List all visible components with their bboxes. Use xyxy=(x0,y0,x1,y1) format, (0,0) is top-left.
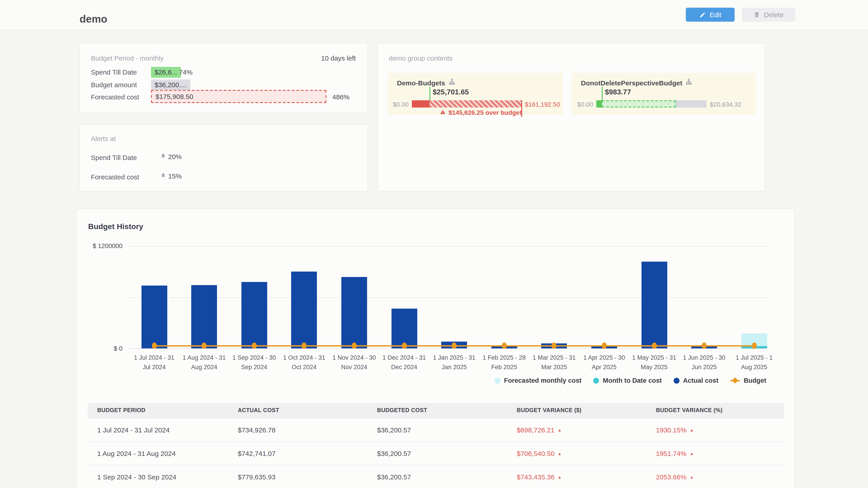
cell-variance-dollar: $743,435.36▲ xyxy=(517,465,562,488)
remaining-segment xyxy=(676,100,707,107)
x-axis-label: 1 Jan 2025 - 31Jan 2025 xyxy=(426,353,482,372)
delete-button[interactable]: Delete xyxy=(742,8,795,22)
budget-history-chart: 1 Jul 2024 - 31Jul 20241 Aug 2024 - 31Au… xyxy=(88,240,783,376)
tile-spend-value: $983.77 xyxy=(605,88,631,96)
legend-label: Budget xyxy=(744,377,766,384)
edit-button-label: Edit xyxy=(710,11,721,19)
legend-item-forecasted-monthly-cost[interactable]: Forecasted monthly cost xyxy=(495,377,582,384)
x-axis-label: 1 Jul 2024 - 31Jul 2024 xyxy=(126,353,182,372)
legend-dot xyxy=(593,378,599,383)
legend-item-actual-cost[interactable]: Actual cost xyxy=(674,377,718,384)
pencil-icon xyxy=(699,11,706,18)
table-row: 1 Sep 2024 - 30 Sep 2024 $779,635.93 $36… xyxy=(88,465,784,488)
budget-point xyxy=(752,343,756,349)
budget-progress-bar xyxy=(412,100,522,107)
cell-budgeted-cost: $36,200.57 xyxy=(377,418,411,442)
spend-till-date-label: Spend Till Date xyxy=(91,68,137,76)
budget-tile-name: Demo-Budgets xyxy=(397,79,445,87)
warning-icon xyxy=(440,109,446,116)
col-header-actual-cost: ACTUAL COST xyxy=(238,403,279,418)
cell-actual-cost: $742,741.07 xyxy=(238,442,276,465)
budget-tile-demo-budgets[interactable]: Demo-Budgets $25,701.65 $0.00 $161,192.5… xyxy=(388,73,563,115)
legend-label: Month to Date cost xyxy=(603,377,662,384)
x-axis-label: 1 Jul 2025 - 1Aug 2025 xyxy=(726,353,782,372)
col-header-variance-dollar: BUDGET VARIANCE ($) xyxy=(517,403,581,418)
x-axis-label: 1 May 2025 - 31May 2025 xyxy=(626,353,682,372)
bar-min-label: $0.00 xyxy=(572,101,593,108)
actual-cost-bar[interactable] xyxy=(191,285,217,348)
actual-cost-bar[interactable] xyxy=(141,286,167,348)
col-header-variance-pct: BUDGET VARIANCE (%) xyxy=(656,403,723,418)
spent-segment xyxy=(412,100,430,107)
budget-tile-donotdelete[interactable]: DonotDeletePerspectiveBudget $983.77 $0.… xyxy=(572,73,756,115)
x-axis-label: 1 Mar 2025 - 31Mar 2025 xyxy=(526,353,582,372)
budget-point xyxy=(252,343,256,349)
gridline-top xyxy=(129,246,767,247)
x-axis-line xyxy=(129,348,767,349)
budget-progress-bar xyxy=(596,100,707,107)
variance-up-icon: ▲ xyxy=(690,451,694,456)
alert-spend-label: Spend Till Date xyxy=(91,154,137,161)
over-budget-segment xyxy=(430,100,522,107)
trash-icon xyxy=(754,11,760,18)
bell-icon xyxy=(160,172,166,180)
forecasted-cost-box: $175,908.50 xyxy=(151,90,327,103)
group-contents-card: demo group contents Demo-Budgets $25,701… xyxy=(377,43,765,192)
cell-budget-period: 1 Sep 2024 - 30 Sep 2024 xyxy=(97,465,176,488)
cell-variance-dollar: $698,726.21▲ xyxy=(517,418,562,442)
actual-cost-bar[interactable] xyxy=(241,282,267,348)
legend-dot xyxy=(674,378,680,383)
actual-cost-bar[interactable] xyxy=(291,271,317,348)
cell-budgeted-cost: $36,200.57 xyxy=(377,442,411,465)
variance-up-icon: ▲ xyxy=(558,451,562,456)
cell-actual-cost: $734,926.78 xyxy=(238,418,276,442)
x-axis-label: 1 Dec 2024 - 31Dec 2024 xyxy=(376,353,432,372)
actual-cost-bar[interactable] xyxy=(641,262,667,348)
budget-period-card-title: Budget Period - monthly xyxy=(91,54,164,62)
cell-variance-pct: 2053.66%▲ xyxy=(656,465,694,488)
table-row: 1 Aug 2024 - 31 Aug 2024 $742,741.07 $36… xyxy=(88,442,784,465)
hierarchy-icon xyxy=(685,78,692,87)
table-row: 1 Jul 2024 - 31 Jul 2024 $734,926.78 $36… xyxy=(88,418,784,442)
legend-label: Actual cost xyxy=(683,377,718,384)
variance-up-icon: ▲ xyxy=(558,475,562,480)
x-axis-label: 1 Apr 2025 - 30Apr 2025 xyxy=(576,353,632,372)
bar-min-label: $0.00 xyxy=(388,101,409,108)
alert-forecast-value-wrap: 15% xyxy=(160,172,182,180)
chart-legend: Forecasted monthly costMonth to Date cos… xyxy=(495,377,766,384)
bar-max-label: $161,192.50 xyxy=(525,101,560,108)
spend-till-date-value-chip: $26,6... xyxy=(151,67,181,78)
x-axis-label: 1 Oct 2024 - 31Oct 2024 xyxy=(276,353,332,372)
actual-cost-bar[interactable] xyxy=(341,277,367,348)
tile-spend-value: $25,701.65 xyxy=(433,88,469,96)
table-header-row: BUDGET PERIOD ACTUAL COST BUDGETED COST … xyxy=(88,403,784,418)
alert-forecast-value: 15% xyxy=(168,172,182,180)
budget-detail-page: demo Edit Delete Budget Period - monthly… xyxy=(0,0,868,488)
y-axis-label: $ 0 xyxy=(88,345,123,352)
cell-variance-pct: 1930.15%▲ xyxy=(656,418,694,442)
cell-variance-dollar: $706,540.50▲ xyxy=(517,442,562,465)
forecasted-cost-value: $175,908.50 xyxy=(156,93,193,100)
cell-budgeted-cost: $36,200.57 xyxy=(377,465,411,488)
budget-amount-value-chip: $36,200.... xyxy=(151,79,190,90)
forecast-segment xyxy=(602,100,676,107)
delete-button-label: Delete xyxy=(764,11,784,19)
cell-actual-cost: $779,635.93 xyxy=(238,465,276,488)
legend-item-budget[interactable]: Budget xyxy=(730,377,766,384)
budget-point xyxy=(502,343,506,349)
alert-spend-value-wrap: 20% xyxy=(160,153,182,160)
budget-point xyxy=(352,343,357,349)
spent-segment xyxy=(596,100,602,107)
bell-icon xyxy=(160,153,166,160)
col-header-budgeted-cost: BUDGETED COST xyxy=(377,403,427,418)
alert-spend-value: 20% xyxy=(168,153,182,160)
budget-period-card: Budget Period - monthly 10 days left Spe… xyxy=(80,43,368,113)
x-axis-label: 1 Jun 2025 - 30Jun 2025 xyxy=(676,353,732,372)
over-budget-row: $145,626.25 over budget xyxy=(388,109,522,116)
top-bar: demo Edit Delete xyxy=(0,0,868,30)
legend-item-month-to-date-cost[interactable]: Month to Date cost xyxy=(593,377,662,384)
variance-up-icon: ▲ xyxy=(690,475,694,480)
legend-budget-marker-icon xyxy=(730,377,740,384)
variance-up-icon: ▲ xyxy=(690,428,694,432)
edit-button[interactable]: Edit xyxy=(686,8,735,22)
